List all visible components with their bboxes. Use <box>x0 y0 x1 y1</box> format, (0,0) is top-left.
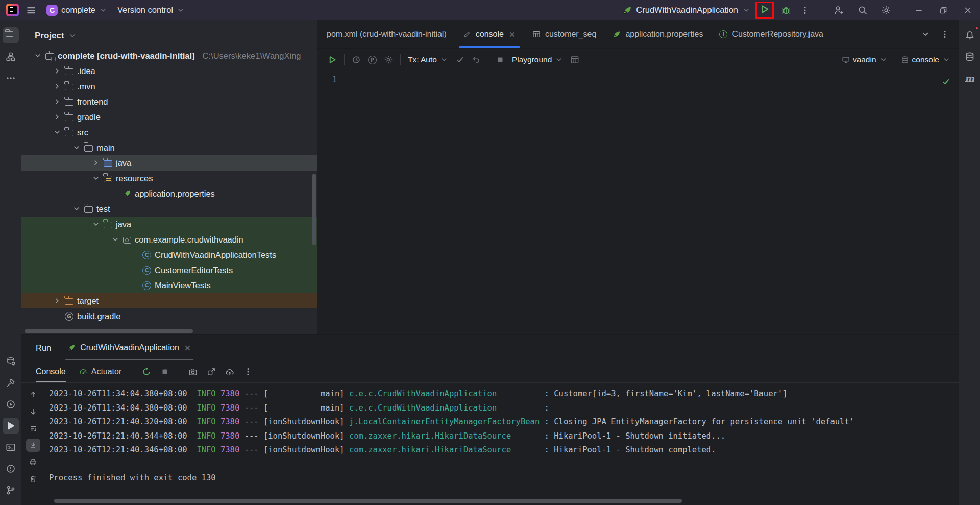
debug-button[interactable] <box>781 5 791 15</box>
parameters-icon[interactable] <box>368 56 377 64</box>
tree-item-mvn[interactable]: .mvn <box>21 79 317 94</box>
services-toolwindow-button[interactable] <box>3 396 19 413</box>
actuator-view-tab[interactable]: Actuator <box>79 360 122 382</box>
settings-icon[interactable] <box>881 5 891 15</box>
tree-item-gradle[interactable]: gradle <box>21 109 317 125</box>
run-toolwindow-button[interactable] <box>3 418 19 434</box>
tree-item-application-properties[interactable]: application.properties <box>21 186 317 201</box>
tree-item-resources[interactable]: resources <box>21 171 317 186</box>
close-tab-icon[interactable] <box>508 31 516 38</box>
stop-icon[interactable] <box>496 55 505 64</box>
tab-application-properties[interactable]: application.properties <box>604 20 711 48</box>
schema-selector[interactable]: vaadin <box>842 55 888 64</box>
chevron-down-icon[interactable] <box>72 143 81 152</box>
run-tab-crudwithvaadinapplication[interactable]: CrudWithVaadinApplication <box>65 335 193 360</box>
clear-all-button[interactable] <box>26 472 40 486</box>
up-stacktrace-button[interactable] <box>26 388 40 401</box>
tree-item-src[interactable]: src <box>21 125 317 140</box>
horizontal-scrollbar[interactable] <box>54 499 682 503</box>
vertical-scrollbar[interactable] <box>312 174 316 245</box>
chevron-right-icon[interactable] <box>53 82 61 90</box>
tree-item-root[interactable]: complete [crud-with-vaadin-initial] C:\U… <box>21 48 317 63</box>
upload-cloud-icon[interactable] <box>225 367 234 376</box>
run-configuration-widget[interactable]: CrudWithVaadinApplication <box>623 5 750 15</box>
version-control-widget[interactable]: Version control <box>112 3 190 18</box>
thread-dump-camera-icon[interactable] <box>188 367 198 376</box>
close-button[interactable] <box>955 0 980 20</box>
scroll-to-end-button[interactable] <box>26 439 40 452</box>
project-panel-header[interactable]: Project <box>21 20 317 48</box>
horizontal-scrollbar[interactable] <box>24 329 193 333</box>
build-toolwindow-button[interactable] <box>3 375 19 391</box>
maven-toolwindow-button[interactable]: m <box>962 70 978 86</box>
search-everywhere-icon[interactable] <box>857 5 868 15</box>
database-toolwindow-button[interactable] <box>962 49 978 65</box>
structure-toolwindow-button[interactable] <box>3 49 19 65</box>
chevron-down-icon[interactable] <box>111 235 119 244</box>
project-widget[interactable]: C complete <box>41 3 112 18</box>
tab-customer-seq[interactable]: customer_seq <box>524 20 605 48</box>
soft-wrap-button[interactable] <box>26 422 40 435</box>
chevron-right-icon[interactable] <box>53 98 61 106</box>
chevron-down-icon[interactable] <box>34 52 42 60</box>
git-toolwindow-button[interactable] <box>3 482 19 498</box>
print-button[interactable] <box>26 455 40 469</box>
chevron-down-icon[interactable] <box>92 220 100 228</box>
tree-item-java-test[interactable]: java <box>21 217 317 232</box>
run-button[interactable] <box>760 4 770 14</box>
inspections-ok-icon[interactable] <box>941 77 950 86</box>
tab-pom-xml[interactable]: pom.xml (crud-with-vaadin-initial) <box>318 20 455 48</box>
tab-console[interactable]: console <box>455 20 524 48</box>
down-stacktrace-button[interactable] <box>26 405 40 418</box>
tree-item-mainviewtests[interactable]: MainViewTests <box>21 278 317 293</box>
problems-toolwindow-button[interactable] <box>3 461 19 477</box>
chevron-right-icon[interactable] <box>53 297 61 305</box>
datasource-selector[interactable]: console <box>901 55 950 64</box>
chevron-right-icon[interactable] <box>53 113 61 121</box>
execute-button[interactable] <box>328 55 337 64</box>
hidden-tabs-chevron-icon[interactable] <box>921 30 930 39</box>
tree-item-main[interactable]: main <box>21 140 317 155</box>
console-view-tab[interactable]: Console <box>36 360 66 382</box>
history-icon[interactable] <box>352 55 361 64</box>
tree-item-idea[interactable]: .idea <box>21 63 317 79</box>
terminal-toolwindow-button[interactable] <box>3 439 19 455</box>
rollback-icon[interactable] <box>472 55 481 64</box>
code-with-me-icon[interactable] <box>834 5 844 15</box>
result-table-icon[interactable] <box>570 55 579 64</box>
tab-options-icon[interactable] <box>940 30 949 39</box>
tree-item-build-gradle[interactable]: build.gradle <box>21 308 317 324</box>
main-menu-icon[interactable] <box>26 5 36 15</box>
restore-layout-icon[interactable] <box>207 367 216 376</box>
commit-check-icon[interactable] <box>455 55 464 64</box>
endpoints-toolwindow-button[interactable] <box>3 353 19 370</box>
rerun-button[interactable] <box>142 367 151 376</box>
console-settings-icon[interactable] <box>384 55 393 64</box>
project-toolwindow-button[interactable] <box>3 27 19 43</box>
more-options-icon[interactable] <box>243 367 253 376</box>
more-actions-icon[interactable] <box>800 6 810 15</box>
tree-item-frontend[interactable]: frontend <box>21 94 317 109</box>
console-log[interactable]: 2023-10-26T11:34:04.380+08:00 INFO 7380 … <box>45 383 959 505</box>
tree-item-package[interactable]: com.example.crudwithvaadin <box>21 232 317 247</box>
console-editor-body[interactable]: 1 <box>317 71 959 334</box>
notifications-button[interactable] <box>962 27 978 43</box>
tree-item-customereditortests[interactable]: CustomerEditorTests <box>21 262 317 278</box>
tree-item-crudwithvaadinapplicationtests[interactable]: CrudWithVaadinApplicationTests <box>21 247 317 262</box>
tree-item-test[interactable]: test <box>21 201 317 217</box>
chevron-down-icon[interactable] <box>92 174 100 182</box>
tx-mode-selector[interactable]: Tx: Auto <box>408 55 448 64</box>
playground-selector[interactable]: Playground <box>512 55 563 64</box>
tree-item-target[interactable]: target <box>21 293 317 308</box>
chevron-right-icon[interactable] <box>92 159 100 167</box>
chevron-down-icon[interactable] <box>53 128 61 136</box>
more-toolwindows-button[interactable] <box>3 70 19 86</box>
chevron-down-icon[interactable] <box>72 205 81 213</box>
tree-item-java-main[interactable]: java <box>21 155 317 171</box>
close-tab-icon[interactable] <box>184 344 191 352</box>
tab-customer-repository[interactable]: CustomerRepository.java <box>711 20 831 48</box>
restore-button[interactable] <box>931 0 955 20</box>
chevron-right-icon[interactable] <box>53 67 61 75</box>
stop-button[interactable] <box>160 367 169 376</box>
minimize-button[interactable] <box>906 0 931 20</box>
